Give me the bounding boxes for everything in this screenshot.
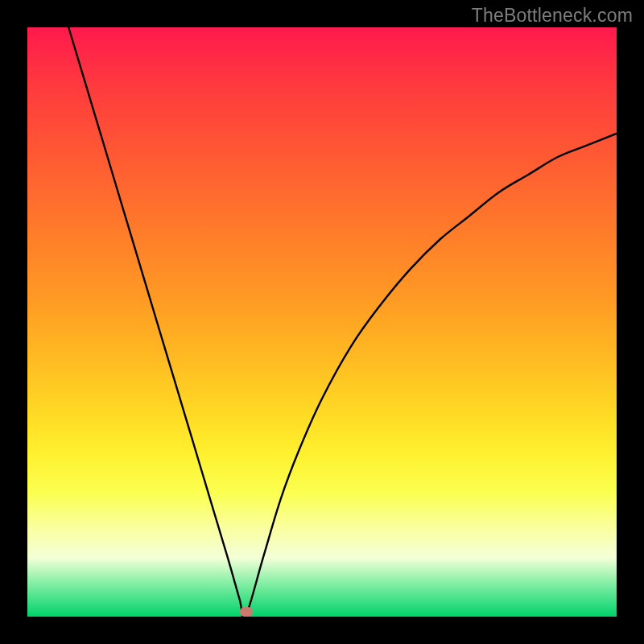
optimal-point-marker [240,607,253,617]
bottleneck-curve [27,27,617,617]
chart-frame: TheBottleneck.com [0,0,644,644]
watermark-text: TheBottleneck.com [472,5,633,27]
plot-area [27,27,617,617]
